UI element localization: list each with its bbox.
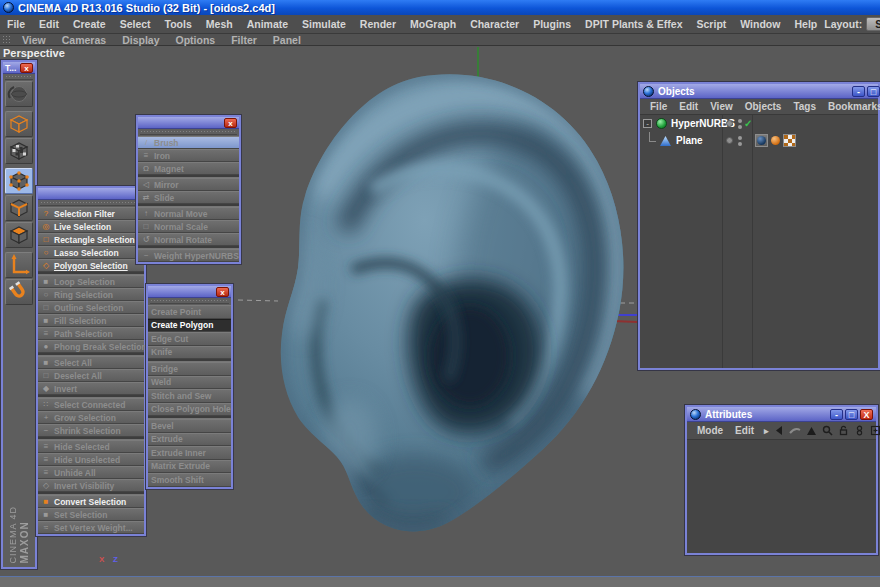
menu-dpit-plants-effex[interactable]: DPIT Plants & Effex xyxy=(578,18,689,30)
viewport-menu-display[interactable]: Display xyxy=(114,34,167,46)
command-magnet[interactable]: ΩMagnet xyxy=(138,162,239,175)
command-knife[interactable]: Knife xyxy=(148,346,231,360)
grip-handle-icon[interactable] xyxy=(140,130,237,135)
point-mode-icon[interactable] xyxy=(5,168,33,194)
up-arrow-icon[interactable] xyxy=(805,425,818,436)
command-select-connected[interactable]: ∷Select Connected xyxy=(38,398,144,411)
menu-help[interactable]: Help xyxy=(787,18,824,30)
menu-tools[interactable]: Tools xyxy=(158,18,199,30)
command-convert-selection[interactable]: ■Convert Selection xyxy=(38,495,144,508)
history-back-icon[interactable] xyxy=(773,425,786,436)
command-slide[interactable]: ⇄Slide xyxy=(138,191,239,204)
objects-menu-view[interactable]: View xyxy=(704,101,739,112)
visibility-dots[interactable] xyxy=(738,136,742,148)
command-polygon-selection[interactable]: ◇Polygon Selection xyxy=(38,259,144,272)
command-smooth-shift[interactable]: Smooth Shift xyxy=(148,473,231,487)
command-matrix-extrude[interactable]: Matrix Extrude xyxy=(148,460,231,474)
snap-magnet-icon[interactable] xyxy=(5,279,33,305)
objects-window-titlebar[interactable]: Objects - □ xyxy=(640,84,878,99)
grip-handle-icon[interactable] xyxy=(40,201,142,206)
brush-palette-titlebar[interactable]: x xyxy=(138,117,239,129)
command-ring-selection[interactable]: ○Ring Selection xyxy=(38,288,144,301)
command-shrink-selection[interactable]: −Shrink Selection xyxy=(38,424,144,437)
command-iron[interactable]: ≡Iron xyxy=(138,149,239,162)
command-lasso-selection[interactable]: ○Lasso Selection xyxy=(38,246,144,259)
menu-animate[interactable]: Animate xyxy=(240,18,295,30)
command-brush[interactable]: /Brush xyxy=(138,136,239,149)
command-invert[interactable]: ◆Invert xyxy=(38,382,144,395)
viewport-menu-panel[interactable]: Panel xyxy=(265,34,309,46)
maximize-icon[interactable]: □ xyxy=(867,86,880,97)
selection-palette-titlebar[interactable] xyxy=(38,188,144,200)
command-fill-selection[interactable]: ■Fill Selection xyxy=(38,314,144,327)
grip-handle-icon[interactable] xyxy=(150,299,229,304)
minimize-icon[interactable]: - xyxy=(852,86,865,97)
structure-palette-titlebar[interactable]: x xyxy=(148,286,231,298)
viewport-menu-cameras[interactable]: Cameras xyxy=(54,34,114,46)
close-icon[interactable]: x xyxy=(216,287,229,297)
lock-icon[interactable] xyxy=(837,425,850,436)
objects-menu-objects[interactable]: Objects xyxy=(739,101,788,112)
close-icon[interactable]: X xyxy=(860,409,873,420)
command-deselect-all[interactable]: □Deselect All xyxy=(38,369,144,382)
command-weld[interactable]: Weld xyxy=(148,376,231,390)
axis-mode-icon[interactable] xyxy=(5,252,33,278)
maximize-icon[interactable]: □ xyxy=(845,409,858,420)
command-stitch-and-sew[interactable]: Stitch and Sew xyxy=(148,389,231,403)
menu-character[interactable]: Character xyxy=(463,18,526,30)
command-close-polygon-hole[interactable]: Close Polygon Hole xyxy=(148,403,231,417)
command-edge-cut[interactable]: Edge Cut xyxy=(148,332,231,346)
command-outline-selection[interactable]: □Outline Selection xyxy=(38,301,144,314)
make-editable-icon[interactable] xyxy=(5,81,33,107)
menu-mograph[interactable]: MoGraph xyxy=(403,18,463,30)
phong-tag-icon[interactable] xyxy=(771,136,780,145)
grip-handle-icon[interactable] xyxy=(5,75,33,80)
editor-visibility-dot[interactable] xyxy=(726,137,733,144)
command-normal-rotate[interactable]: ↺Normal Rotate xyxy=(138,233,239,246)
command-invert-visibility[interactable]: ◇Invert Visibility xyxy=(38,479,144,492)
command-set-vertex-weight[interactable]: ≈Set Vertex Weight... xyxy=(38,521,144,534)
menu-file[interactable]: File xyxy=(0,18,32,30)
menu-select[interactable]: Select xyxy=(113,18,158,30)
object-label[interactable]: Plane xyxy=(676,135,703,146)
menu-simulate[interactable]: Simulate xyxy=(295,18,353,30)
command-selection-filter[interactable]: ?Selection Filter xyxy=(38,207,144,220)
command-unhide-all[interactable]: ≡Unhide All xyxy=(38,466,144,479)
command-bevel[interactable]: Bevel xyxy=(148,419,231,433)
objects-menu-tags[interactable]: Tags xyxy=(787,101,822,112)
polygon-mode-icon[interactable] xyxy=(5,222,33,248)
command-phong-break-selection[interactable]: ●Phong Break Selection xyxy=(38,340,144,353)
attributes-menu-edit[interactable]: Edit xyxy=(729,425,760,436)
viewport-menu-view[interactable]: View xyxy=(14,34,54,46)
search-icon[interactable] xyxy=(821,425,834,436)
object-row-plane[interactable]: Plane xyxy=(640,132,878,149)
command-weight-hypernurbs[interactable]: ~Weight HyperNURBS xyxy=(138,249,239,262)
command-mirror[interactable]: ◁Mirror xyxy=(138,178,239,191)
command-extrude[interactable]: Extrude xyxy=(148,433,231,447)
viewport-menu-options[interactable]: Options xyxy=(167,34,223,46)
tools-palette-titlebar[interactable]: T... x xyxy=(3,62,35,74)
uvw-tag-icon[interactable] xyxy=(783,134,796,147)
close-icon[interactable]: x xyxy=(20,63,33,73)
command-normal-scale[interactable]: □Normal Scale xyxy=(138,220,239,233)
model-mode-icon[interactable] xyxy=(5,111,33,137)
attributes-window-titlebar[interactable]: Attributes - □ X xyxy=(687,407,876,422)
grip-handle-icon[interactable] xyxy=(2,35,12,44)
command-path-selection[interactable]: ≡Path Selection xyxy=(38,327,144,340)
command-set-selection[interactable]: ■Set Selection xyxy=(38,508,144,521)
enabled-check-icon[interactable]: ✓ xyxy=(744,119,752,129)
objects-menu-file[interactable]: File xyxy=(644,101,673,112)
command-extrude-inner[interactable]: Extrude Inner xyxy=(148,446,231,460)
menu-plugins[interactable]: Plugins xyxy=(526,18,578,30)
command-hide-unselected[interactable]: ≡Hide Unselected xyxy=(38,453,144,466)
minimize-icon[interactable]: - xyxy=(830,409,843,420)
command-bridge[interactable]: Bridge xyxy=(148,362,231,376)
submenu-arrow-icon[interactable]: ▸ xyxy=(760,426,773,436)
expand-toggle-icon[interactable]: - xyxy=(643,119,652,128)
visibility-dots[interactable] xyxy=(738,119,742,131)
menu-mesh[interactable]: Mesh xyxy=(199,18,240,30)
objects-menu-edit[interactable]: Edit xyxy=(673,101,704,112)
command-normal-move[interactable]: ↑Normal Move xyxy=(138,207,239,220)
menu-render[interactable]: Render xyxy=(353,18,403,30)
layout-select-button[interactable]: Stand xyxy=(866,17,880,31)
